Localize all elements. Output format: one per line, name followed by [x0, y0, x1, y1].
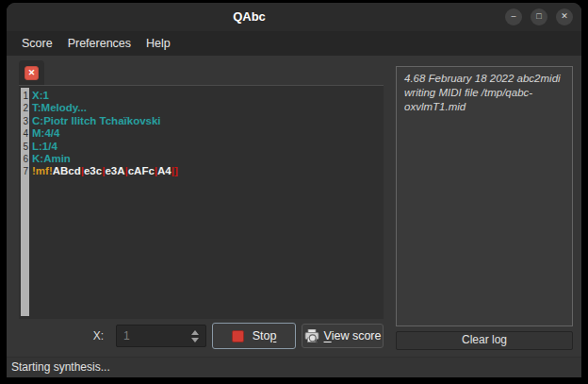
spinner-down-icon[interactable] — [191, 338, 199, 342]
stop-square-icon — [232, 330, 244, 342]
close-icon[interactable]: ✕ — [556, 8, 573, 25]
stop-button[interactable]: Stop — [212, 323, 296, 349]
line-number: 1 — [19, 90, 28, 102]
tune-number-value[interactable]: 1 — [117, 329, 188, 342]
menu-item-help[interactable]: Help — [139, 33, 178, 54]
editor-line: 7!mf!ABcd|e3c|e3A|cAFc|A4|] — [19, 165, 384, 177]
status-bar: Starting synthesis... — [7, 357, 581, 377]
tab-close-icon[interactable]: ✕ — [24, 66, 39, 80]
spinner-arrows[interactable] — [188, 330, 205, 342]
abc-editor[interactable]: 1X:12T:Melody...3C:Piotr Ilitch Tchaïkov… — [19, 85, 384, 319]
title-bar[interactable]: QAbc – □ ✕ — [7, 3, 581, 31]
app-window: QAbc – □ ✕ ScorePreferencesHelp ✕ 1X:12T… — [7, 3, 581, 377]
editor-line: 5L:1/4 — [19, 141, 384, 153]
minimize-icon[interactable]: – — [505, 8, 522, 25]
tune-number-spinner[interactable]: 1 — [116, 325, 206, 347]
playback-controls-row: X: 1 Stop View score — [19, 322, 384, 350]
menu-bar: ScorePreferencesHelp — [7, 31, 581, 56]
editor-line: 1X:1 — [19, 90, 384, 102]
editor-lines: 1X:12T:Melody...3C:Piotr Ilitch Tchaïkov… — [19, 90, 384, 178]
window-controls: – □ ✕ — [505, 8, 573, 25]
editor-line: 3C:Piotr Ilitch Tchaïkovski — [19, 115, 384, 127]
line-number: 7 — [19, 165, 28, 177]
print-preview-icon — [304, 329, 319, 343]
clear-log-button[interactable]: Clear log — [396, 331, 573, 350]
log-text: 4.68 February 18 2022 abc2midi writing M… — [404, 73, 561, 112]
editor-line: 2T:Melody... — [19, 102, 384, 114]
line-number: 3 — [19, 115, 28, 127]
menu-item-preferences[interactable]: Preferences — [60, 33, 139, 54]
status-text: Starting synthesis... — [11, 360, 110, 374]
line-number: 6 — [19, 153, 28, 165]
stop-button-label: Stop — [253, 329, 277, 342]
line-number: 4 — [19, 127, 28, 140]
window-title: QAbc — [7, 3, 492, 31]
line-number: 2 — [19, 102, 28, 114]
spinner-up-icon[interactable] — [191, 330, 199, 335]
view-score-button-label: View score — [324, 329, 382, 342]
line-number: 5 — [19, 141, 28, 153]
editor-line: 6K:Amin — [19, 153, 384, 165]
editor-line: 4M:4/4 — [19, 127, 384, 140]
tab-current-tune[interactable]: ✕ — [19, 60, 44, 85]
log-panel[interactable]: 4.68 February 18 2022 abc2midi writing M… — [396, 66, 573, 326]
menu-item-score[interactable]: Score — [14, 33, 60, 54]
x-label: X: — [93, 329, 104, 342]
view-score-button[interactable]: View score — [302, 324, 384, 348]
maximize-icon[interactable]: □ — [531, 8, 547, 25]
